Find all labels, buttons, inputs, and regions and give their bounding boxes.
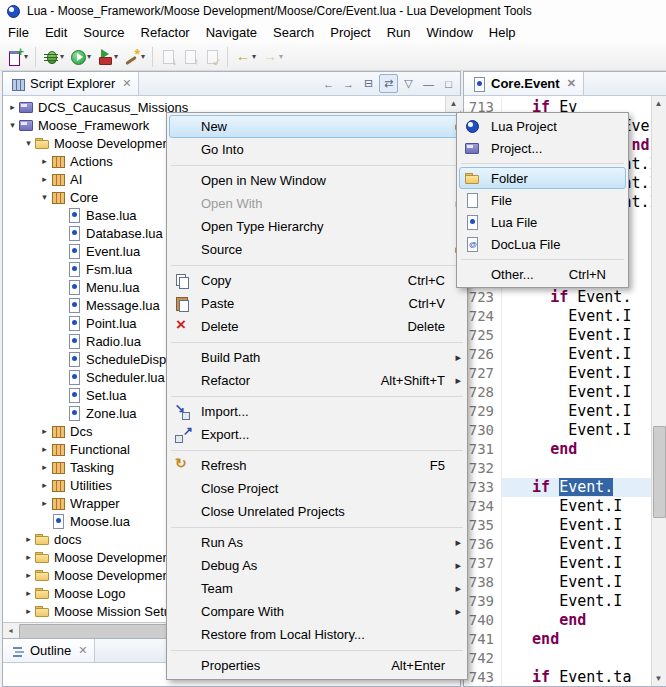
menu-item-go-into[interactable]: Go Into	[169, 138, 465, 161]
line-number[interactable]: 736	[464, 535, 502, 554]
menu-file[interactable]: File	[0, 23, 37, 42]
code-text[interactable]: if Event.	[502, 288, 652, 307]
scroll-down-icon[interactable]: ▼	[652, 671, 665, 686]
line-number[interactable]: 731	[464, 440, 502, 459]
editor-scroll-thumb[interactable]	[653, 426, 666, 518]
line-number[interactable]: 725	[464, 326, 502, 345]
expand-arrow-icon[interactable]: ▸	[39, 174, 50, 184]
view-menu-button[interactable]: ▽	[399, 74, 418, 93]
code-text[interactable]	[502, 459, 652, 478]
menu-item-build-path[interactable]: Build Path▸	[169, 346, 465, 369]
dropdown-arrow-icon[interactable]: ▾	[87, 52, 91, 61]
menu-item-lua-project[interactable]: Lua Project	[459, 115, 626, 137]
code-text[interactable]: if Event.	[502, 478, 652, 497]
line-number[interactable]: 742	[464, 649, 502, 668]
tab-core-event[interactable]: Core.Event ✕	[464, 72, 584, 95]
menu-item-other[interactable]: Other...Ctrl+N	[459, 263, 626, 285]
next-annotation-button[interactable]	[157, 46, 179, 68]
debug-button[interactable]: ▾	[40, 46, 67, 68]
line-number[interactable]: 727	[464, 364, 502, 383]
code-text[interactable]: end	[502, 440, 652, 459]
menu-item-folder[interactable]: Folder	[459, 167, 626, 189]
last-edit-location-button[interactable]	[201, 46, 223, 68]
tab-outline[interactable]: Outline ✕	[3, 639, 95, 662]
search-wand-button[interactable]: ▾	[121, 46, 148, 68]
external-tools-button[interactable]: ▾	[94, 46, 121, 68]
back-button[interactable]: ←	[319, 74, 338, 93]
menu-item-source[interactable]: Source▸	[169, 238, 465, 261]
dropdown-arrow-icon[interactable]: ▾	[114, 52, 118, 61]
expand-arrow-icon[interactable]: ▸	[23, 570, 34, 580]
menu-search[interactable]: Search	[265, 23, 322, 42]
dropdown-arrow-icon[interactable]: ▾	[24, 52, 28, 61]
forward-button[interactable]: ▾	[259, 46, 286, 68]
line-number[interactable]: 728	[464, 383, 502, 402]
code-text[interactable]: Event.I	[502, 516, 652, 535]
code-text[interactable]: Event.I	[502, 421, 652, 440]
prev-annotation-button[interactable]	[179, 46, 201, 68]
collapse-arrow-icon[interactable]: ▾	[7, 120, 18, 130]
menu-item-refactor[interactable]: RefactorAlt+Shift+T▸	[169, 369, 465, 392]
menu-project[interactable]: Project	[322, 23, 378, 42]
menu-item-compare-with[interactable]: Compare With▸	[169, 600, 465, 623]
link-with-editor-button[interactable]: ⇄	[379, 74, 398, 93]
line-number[interactable]: 741	[464, 630, 502, 649]
code-text[interactable]: Event.I	[502, 345, 652, 364]
run-button[interactable]: ▾	[67, 46, 94, 68]
menu-item-paste[interactable]: PasteCtrl+V	[169, 292, 465, 315]
scroll-up-icon[interactable]: ▲	[652, 96, 665, 111]
collapse-arrow-icon[interactable]: ▾	[23, 138, 34, 148]
line-number[interactable]: 743	[464, 668, 502, 686]
menu-item-copy[interactable]: CopyCtrl+C	[169, 269, 465, 292]
forward-button[interactable]: →	[339, 74, 358, 93]
menu-item-new[interactable]: New▸	[169, 115, 465, 138]
expand-arrow-icon[interactable]: ▸	[39, 462, 50, 472]
code-text[interactable]: Event.I	[502, 535, 652, 554]
menu-item-lua-file[interactable]: Lua File	[459, 211, 626, 233]
expand-arrow-icon[interactable]: ▸	[39, 426, 50, 436]
code-text[interactable]: end	[502, 630, 652, 649]
code-text[interactable]: Event.I	[502, 364, 652, 383]
menu-item-delete[interactable]: DeleteDelete	[169, 315, 465, 338]
code-text[interactable]: Event.I	[502, 592, 652, 611]
back-button[interactable]: ▾	[232, 46, 259, 68]
menu-item-team[interactable]: Team▸	[169, 577, 465, 600]
close-icon[interactable]: ✕	[122, 77, 131, 90]
menu-source[interactable]: Source	[75, 23, 132, 42]
code-text[interactable]: Event.I	[502, 573, 652, 592]
dropdown-arrow-icon[interactable]: ▾	[60, 52, 64, 61]
menu-item-close-unrelated-projects[interactable]: Close Unrelated Projects	[169, 500, 465, 523]
expand-arrow-icon[interactable]: ▸	[7, 102, 18, 112]
maximize-button[interactable]: □	[439, 74, 458, 93]
code-text[interactable]: if Event.ta	[502, 668, 652, 686]
expand-arrow-icon[interactable]: ▸	[39, 480, 50, 490]
line-number[interactable]: 723	[464, 288, 502, 307]
code-text[interactable]: Event.I	[502, 554, 652, 573]
code-text[interactable]	[502, 649, 652, 668]
expand-arrow-icon[interactable]: ▸	[39, 444, 50, 454]
line-number[interactable]: 732	[464, 459, 502, 478]
collapse-all-button[interactable]: ⊟	[359, 74, 378, 93]
menu-item-export[interactable]: Export...	[169, 423, 465, 446]
close-icon[interactable]: ✕	[78, 644, 87, 657]
line-number[interactable]: 738	[464, 573, 502, 592]
expand-arrow-icon[interactable]: ▸	[23, 606, 34, 616]
minimize-button[interactable]: —	[419, 74, 438, 93]
code-text[interactable]: Event.I	[502, 497, 652, 516]
close-icon[interactable]: ✕	[567, 77, 576, 90]
app-icon[interactable]	[5, 3, 21, 19]
scroll-left-icon[interactable]: ◂	[3, 623, 18, 638]
menu-item-run-as[interactable]: Run As▸	[169, 531, 465, 554]
menu-item-properties[interactable]: PropertiesAlt+Enter	[169, 654, 465, 677]
menu-help[interactable]: Help	[481, 23, 524, 42]
tab-script-explorer[interactable]: Script Explorer ✕	[3, 72, 139, 95]
editor-vertical-scrollbar[interactable]: ▲ ▼	[651, 96, 666, 686]
line-number[interactable]: 734	[464, 497, 502, 516]
line-number[interactable]: 735	[464, 516, 502, 535]
menu-item-open-with[interactable]: Open With▸	[169, 192, 465, 215]
menu-item-refresh[interactable]: RefreshF5	[169, 454, 465, 477]
menu-item-close-project[interactable]: Close Project	[169, 477, 465, 500]
dropdown-arrow-icon[interactable]: ▾	[279, 52, 283, 61]
menu-item-debug-as[interactable]: Debug As▸	[169, 554, 465, 577]
dropdown-arrow-icon[interactable]: ▾	[141, 52, 145, 61]
